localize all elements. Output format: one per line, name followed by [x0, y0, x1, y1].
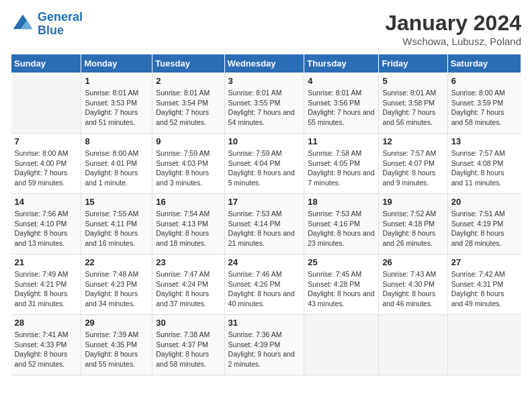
day-info: Sunrise: 7:36 AMSunset: 4:39 PMDaylight:…: [228, 330, 301, 369]
day-info: Sunrise: 7:54 AMSunset: 4:13 PMDaylight:…: [156, 209, 220, 248]
calendar-cell: 2Sunrise: 8:01 AMSunset: 3:54 PMDaylight…: [152, 73, 224, 134]
day-info: Sunrise: 7:46 AMSunset: 4:26 PMDaylight:…: [228, 269, 301, 309]
day-info: Sunrise: 7:57 AMSunset: 4:08 PMDaylight:…: [451, 148, 518, 188]
day-number: 24: [228, 257, 301, 267]
weekday-header: Tuesday: [152, 54, 224, 73]
calendar-cell: 26Sunrise: 7:43 AMSunset: 4:30 PMDayligh…: [379, 255, 447, 315]
day-number: 20: [451, 197, 518, 207]
day-number: 23: [156, 257, 220, 267]
day-info: Sunrise: 7:52 AMSunset: 4:18 PMDaylight:…: [382, 209, 443, 248]
calendar-cell: [11, 73, 81, 134]
day-info: Sunrise: 7:51 AMSunset: 4:19 PMDaylight:…: [451, 209, 518, 248]
calendar-table: SundayMondayTuesdayWednesdayThursdayFrid…: [11, 54, 521, 375]
day-info: Sunrise: 7:59 AMSunset: 4:04 PMDaylight:…: [228, 148, 301, 188]
day-info: Sunrise: 7:53 AMSunset: 4:14 PMDaylight:…: [228, 209, 301, 248]
calendar-cell: 25Sunrise: 7:45 AMSunset: 4:28 PMDayligh…: [304, 255, 379, 315]
day-info: Sunrise: 8:00 AMSunset: 3:59 PMDaylight:…: [451, 88, 518, 128]
day-number: 28: [15, 318, 78, 328]
calendar-cell: 24Sunrise: 7:46 AMSunset: 4:26 PMDayligh…: [224, 255, 304, 315]
page-header: General Blue January 2024 Wschowa, Lubus…: [11, 11, 521, 47]
calendar-cell: 23Sunrise: 7:47 AMSunset: 4:24 PMDayligh…: [152, 255, 224, 315]
calendar-cell: 19Sunrise: 7:52 AMSunset: 4:18 PMDayligh…: [379, 194, 447, 255]
day-number: 12: [382, 136, 443, 146]
day-info: Sunrise: 7:49 AMSunset: 4:21 PMDaylight:…: [15, 269, 78, 309]
logo-blue: Blue: [38, 24, 64, 37]
title-block: January 2024 Wschowa, Lubusz, Poland: [385, 11, 521, 47]
day-info: Sunrise: 8:01 AMSunset: 3:54 PMDaylight:…: [156, 88, 220, 128]
day-info: Sunrise: 7:41 AMSunset: 4:33 PMDaylight:…: [15, 330, 78, 369]
day-number: 13: [451, 136, 518, 146]
calendar-cell: 9Sunrise: 7:59 AMSunset: 4:03 PMDaylight…: [152, 134, 224, 194]
calendar-cell: 21Sunrise: 7:49 AMSunset: 4:21 PMDayligh…: [11, 255, 81, 315]
calendar-cell: 16Sunrise: 7:54 AMSunset: 4:13 PMDayligh…: [152, 194, 224, 255]
day-number: 21: [15, 257, 78, 267]
day-number: 7: [15, 136, 78, 146]
calendar-week-row: 7Sunrise: 8:00 AMSunset: 4:00 PMDaylight…: [11, 134, 521, 194]
day-number: 19: [382, 197, 443, 207]
calendar-cell: 10Sunrise: 7:59 AMSunset: 4:04 PMDayligh…: [224, 134, 304, 194]
day-number: 10: [228, 136, 301, 146]
day-number: 18: [308, 197, 375, 207]
calendar-cell: 20Sunrise: 7:51 AMSunset: 4:19 PMDayligh…: [447, 194, 521, 255]
calendar-cell: 18Sunrise: 7:53 AMSunset: 4:16 PMDayligh…: [304, 194, 379, 255]
logo-general: General: [38, 10, 83, 24]
day-info: Sunrise: 8:01 AMSunset: 3:58 PMDaylight:…: [382, 88, 443, 128]
day-number: 25: [308, 257, 375, 267]
day-info: Sunrise: 7:42 AMSunset: 4:31 PMDaylight:…: [451, 269, 518, 309]
weekday-header: Saturday: [447, 54, 521, 73]
calendar-cell: [379, 315, 447, 375]
day-info: Sunrise: 7:38 AMSunset: 4:37 PMDaylight:…: [156, 330, 220, 369]
weekday-header: Wednesday: [224, 54, 304, 73]
calendar-week-row: 28Sunrise: 7:41 AMSunset: 4:33 PMDayligh…: [11, 315, 521, 375]
day-number: 27: [451, 257, 518, 267]
weekday-header: Monday: [81, 54, 152, 73]
day-info: Sunrise: 7:45 AMSunset: 4:28 PMDaylight:…: [308, 269, 375, 309]
day-info: Sunrise: 7:58 AMSunset: 4:05 PMDaylight:…: [308, 148, 375, 188]
calendar-cell: 28Sunrise: 7:41 AMSunset: 4:33 PMDayligh…: [11, 315, 81, 375]
day-number: 17: [228, 197, 301, 207]
day-info: Sunrise: 7:39 AMSunset: 4:35 PMDaylight:…: [85, 330, 148, 369]
calendar-cell: 8Sunrise: 8:00 AMSunset: 4:01 PMDaylight…: [81, 134, 152, 194]
calendar-cell: 6Sunrise: 8:00 AMSunset: 3:59 PMDaylight…: [447, 73, 521, 134]
day-info: Sunrise: 7:55 AMSunset: 4:11 PMDaylight:…: [85, 209, 148, 248]
day-info: Sunrise: 7:59 AMSunset: 4:03 PMDaylight:…: [156, 148, 220, 188]
calendar-cell: 5Sunrise: 8:01 AMSunset: 3:58 PMDaylight…: [379, 73, 447, 134]
day-number: 1: [85, 76, 148, 86]
calendar-cell: 11Sunrise: 7:58 AMSunset: 4:05 PMDayligh…: [304, 134, 379, 194]
calendar-cell: 1Sunrise: 8:01 AMSunset: 3:53 PMDaylight…: [81, 73, 152, 134]
calendar-header: SundayMondayTuesdayWednesdayThursdayFrid…: [11, 54, 521, 73]
day-number: 5: [382, 76, 443, 86]
day-info: Sunrise: 8:01 AMSunset: 3:55 PMDaylight:…: [228, 88, 301, 128]
day-number: 29: [85, 318, 148, 328]
location: Wschowa, Lubusz, Poland: [385, 36, 521, 47]
day-number: 2: [156, 76, 220, 86]
calendar-cell: 14Sunrise: 7:56 AMSunset: 4:10 PMDayligh…: [11, 194, 81, 255]
calendar-cell: 4Sunrise: 8:01 AMSunset: 3:56 PMDaylight…: [304, 73, 379, 134]
day-info: Sunrise: 8:00 AMSunset: 4:00 PMDaylight:…: [15, 148, 78, 188]
day-number: 3: [228, 76, 301, 86]
day-number: 16: [156, 197, 220, 207]
weekday-header: Thursday: [304, 54, 379, 73]
logo-icon: [11, 12, 35, 36]
calendar-cell: 17Sunrise: 7:53 AMSunset: 4:14 PMDayligh…: [224, 194, 304, 255]
calendar-cell: 29Sunrise: 7:39 AMSunset: 4:35 PMDayligh…: [81, 315, 152, 375]
day-number: 9: [156, 136, 220, 146]
day-number: 31: [228, 318, 301, 328]
day-info: Sunrise: 7:57 AMSunset: 4:07 PMDaylight:…: [382, 148, 443, 188]
calendar-cell: 7Sunrise: 8:00 AMSunset: 4:00 PMDaylight…: [11, 134, 81, 194]
calendar-cell: 3Sunrise: 8:01 AMSunset: 3:55 PMDaylight…: [224, 73, 304, 134]
logo: General Blue: [11, 11, 83, 38]
day-info: Sunrise: 7:47 AMSunset: 4:24 PMDaylight:…: [156, 269, 220, 309]
day-number: 11: [308, 136, 375, 146]
calendar-cell: 22Sunrise: 7:48 AMSunset: 4:23 PMDayligh…: [81, 255, 152, 315]
weekday-header: Sunday: [11, 54, 81, 73]
month-title: January 2024: [385, 11, 521, 36]
day-number: 26: [382, 257, 443, 267]
day-info: Sunrise: 8:01 AMSunset: 3:53 PMDaylight:…: [85, 88, 148, 128]
day-number: 30: [156, 318, 220, 328]
calendar-cell: 31Sunrise: 7:36 AMSunset: 4:39 PMDayligh…: [224, 315, 304, 375]
calendar-cell: [304, 315, 379, 375]
day-number: 4: [308, 76, 375, 86]
day-info: Sunrise: 7:43 AMSunset: 4:30 PMDaylight:…: [382, 269, 443, 309]
day-info: Sunrise: 8:00 AMSunset: 4:01 PMDaylight:…: [85, 148, 148, 188]
